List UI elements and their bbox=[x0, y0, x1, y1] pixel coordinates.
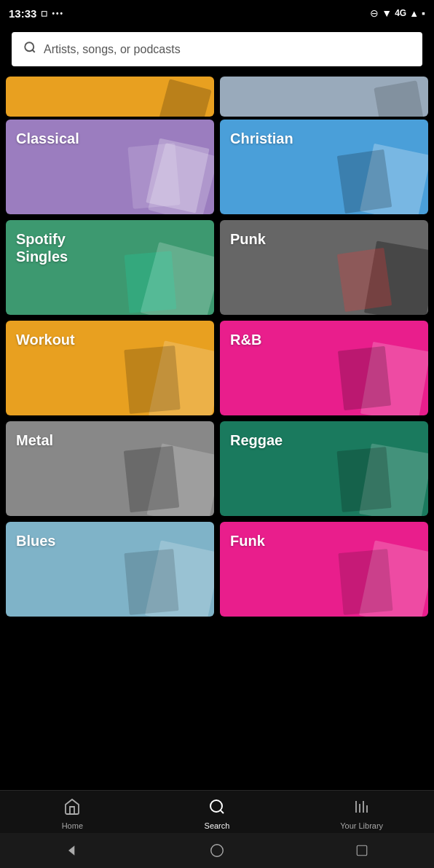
minus-circle-icon: ⊖ bbox=[370, 7, 379, 19]
bottom-navigation: Home Search Your Library bbox=[0, 790, 434, 868]
tab-home[interactable]: Home bbox=[43, 798, 101, 830]
search-placeholder: Artists, songs, or podcasts bbox=[44, 43, 181, 56]
genre-grid: Classical Christian SpotifySingles Punk … bbox=[0, 117, 434, 622]
genre-card-top2[interactable] bbox=[220, 77, 428, 117]
genre-label-punk: Punk bbox=[230, 230, 266, 248]
library-icon bbox=[353, 798, 371, 818]
genre-card-christian[interactable]: Christian bbox=[220, 120, 428, 214]
tab-your-library[interactable]: Your Library bbox=[333, 798, 391, 830]
recent-apps-button[interactable] bbox=[352, 840, 372, 861]
svg-marker-8 bbox=[68, 845, 74, 855]
tab-home-label: Home bbox=[62, 821, 83, 830]
status-time: 13:33 bbox=[9, 7, 36, 20]
svg-point-2 bbox=[210, 800, 222, 812]
svg-rect-10 bbox=[357, 845, 367, 856]
genre-card-top1[interactable] bbox=[6, 77, 214, 117]
genre-label-spotify-singles: SpotifySingles bbox=[16, 230, 68, 265]
genre-card-punk[interactable]: Punk bbox=[220, 220, 428, 315]
genre-card-rnb[interactable]: R&B bbox=[220, 321, 428, 415]
genre-label-reggae: Reggae bbox=[230, 431, 283, 449]
genre-card-workout[interactable]: Workout bbox=[6, 321, 214, 415]
top-partial-row bbox=[0, 74, 434, 117]
genre-card-spotify-singles[interactable]: SpotifySingles bbox=[6, 220, 214, 315]
wifi-icon: ▼ bbox=[382, 7, 392, 19]
svg-line-1 bbox=[32, 50, 34, 52]
signal-4g-label: 4G bbox=[395, 8, 406, 18]
genre-label-metal: Metal bbox=[16, 431, 53, 449]
status-icons: ⊖ ▼ 4G ▲ ▪ bbox=[370, 7, 425, 19]
genre-label-workout: Workout bbox=[16, 331, 75, 348]
search-input[interactable]: Artists, songs, or podcasts bbox=[12, 32, 422, 66]
android-nav-bar bbox=[0, 833, 434, 868]
nav-tabs: Home Search Your Library bbox=[0, 791, 434, 833]
genre-label-blues: Blues bbox=[16, 532, 55, 550]
status-bar: 13:33 ◻ ••• ⊖ ▼ 4G ▲ ▪ bbox=[0, 0, 434, 26]
genre-card-reggae[interactable]: Reggae bbox=[220, 421, 428, 516]
home-button[interactable] bbox=[207, 840, 227, 861]
genre-label-classical: Classical bbox=[16, 130, 79, 147]
dots-icon: ••• bbox=[52, 9, 64, 17]
status-time-group: 13:33 ◻ ••• bbox=[9, 7, 64, 20]
svg-point-9 bbox=[211, 845, 224, 857]
search-nav-icon bbox=[208, 798, 226, 818]
amazon-icon: ◻ bbox=[41, 9, 47, 18]
genre-card-classical[interactable]: Classical bbox=[6, 120, 214, 214]
svg-line-3 bbox=[221, 810, 224, 813]
tab-search[interactable]: Search bbox=[188, 798, 246, 830]
genre-label-rnb: R&B bbox=[230, 331, 261, 348]
genre-label-funk: Funk bbox=[230, 532, 265, 550]
back-button[interactable] bbox=[62, 840, 82, 861]
genre-card-metal[interactable]: Metal bbox=[6, 421, 214, 516]
genre-card-funk[interactable]: Funk bbox=[220, 522, 428, 617]
genre-label-christian: Christian bbox=[230, 130, 293, 147]
search-icon bbox=[23, 41, 36, 58]
battery-icon: ▪ bbox=[422, 7, 425, 19]
tab-search-label: Search bbox=[205, 821, 230, 830]
search-bar-container: Artists, songs, or podcasts bbox=[0, 26, 434, 74]
home-icon bbox=[63, 798, 81, 818]
svg-point-0 bbox=[25, 42, 33, 51]
tab-library-label: Your Library bbox=[340, 821, 383, 830]
genre-card-blues[interactable]: Blues bbox=[6, 522, 214, 617]
signal-bars-icon: ▲ bbox=[409, 8, 419, 19]
